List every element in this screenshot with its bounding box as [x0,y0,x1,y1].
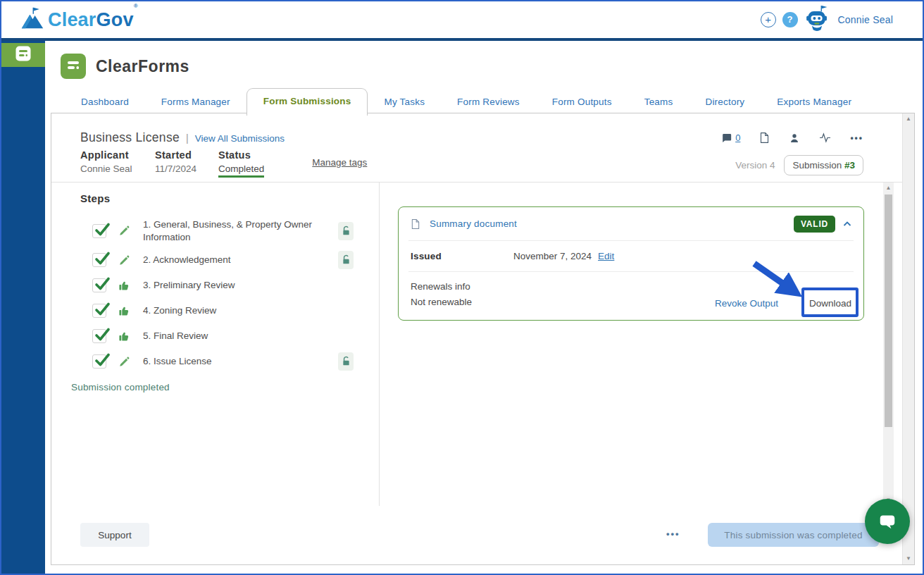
pencil-icon [118,355,131,368]
thumbs-up-icon [118,304,131,317]
outer-scrollbar[interactable]: ▲ ▼ [902,113,914,564]
scrollbar-thumb[interactable] [885,194,892,427]
cleargov-logo[interactable]: ClearGov® [20,6,138,33]
meta-label: Applicant [80,149,135,161]
submission-number: #3 [844,160,855,171]
scroll-up-arrow[interactable]: ▲ [883,183,894,194]
step-row: 1. General, Business, & Property Owner I… [80,218,379,243]
activity-icon [819,132,831,143]
help-button[interactable]: ? [782,12,798,27]
step-row: 3. Preliminary Review [80,277,379,294]
step-checkbox[interactable] [92,224,106,238]
step-label[interactable]: 1. General, Business, & Property Owner I… [143,218,319,243]
clearforms-tile-icon [15,45,32,65]
sidebar-item-clearforms[interactable] [1,43,45,67]
more-actions-button[interactable]: ••• [850,133,863,143]
tab-form-submissions[interactable]: Form Submissions [246,88,368,116]
assignee-button[interactable] [789,132,800,144]
step-checkbox[interactable] [92,354,106,369]
tab-teams[interactable]: Teams [628,89,689,115]
tab-bar: DashboardForms ManagerForm SubmissionsMy… [65,88,868,115]
footer-more-button[interactable]: ••• [666,528,680,539]
meta-value: Completed [218,163,264,178]
clearforms-icon [61,54,86,79]
meta-label: Status [218,149,264,161]
cleargov-mountain-icon [20,6,45,33]
issued-value: November 7, 2024 [513,251,592,261]
check-icon [94,352,111,368]
user-name[interactable]: Connie Seal [838,14,893,25]
chevron-up-icon[interactable] [843,221,851,227]
check-icon [94,276,111,292]
thumbs-up-icon [118,279,131,292]
chat-launcher-button[interactable] [865,499,910,544]
steps-heading: Steps [80,192,379,204]
submission-panel: Business License | View All Submissions … [51,113,915,565]
edit-issued-link[interactable]: Edit [598,251,614,261]
card-header: Summary document VALID [408,207,854,240]
detail-column: Summary document VALID Issued November 7… [380,183,902,506]
step-label[interactable]: 2. Acknowledgement [143,254,231,266]
download-link[interactable]: Download [809,298,851,309]
step-row: 5. Final Review [80,328,379,345]
scroll-down-arrow[interactable]: ▼ [903,553,914,564]
tab-my-tasks[interactable]: My Tasks [368,89,441,115]
step-label[interactable]: 6. Issue License [143,355,212,368]
step-checkbox[interactable] [92,278,106,292]
version-row: Version 4 Submission #3 [735,155,863,175]
step-label[interactable]: 5. Final Review [143,330,208,342]
unlock-icon [342,254,351,266]
user-icon [789,132,800,144]
step-checkbox[interactable] [92,253,106,267]
tab-dashboard[interactable]: Dashboard [65,89,145,115]
step-label[interactable]: 4. Zoning Review [143,304,216,317]
lock-chip[interactable] [338,222,354,240]
card-actions: Revoke Output Download [715,297,851,309]
step-checkbox[interactable] [92,329,106,343]
manage-tags-link[interactable]: Manage tags [312,157,367,168]
issued-row: Issued November 7, 2024 Edit [408,241,854,271]
title-separator: | [186,132,189,144]
step-row: 4. Zoning Review [80,302,379,319]
card-bottom: Renewals info Not renewable Revoke Outpu… [408,272,854,320]
version-label: Version 4 [735,160,775,171]
file-icon [411,218,420,230]
submission-title-row: Business License | View All Submissions [80,130,285,145]
submission-number-chip[interactable]: Submission #3 [784,155,863,175]
lock-chip[interactable] [338,352,354,371]
meta-value: Connie Seal [80,163,135,174]
check-icon [94,222,111,237]
add-button[interactable]: + [761,12,776,27]
meta-started: Started11/7/2024 [155,149,199,178]
card-title[interactable]: Summary document [430,218,517,229]
view-all-submissions-link[interactable]: View All Submissions [195,133,285,144]
step-row: 2. Acknowledgement [80,252,379,268]
check-icon [94,327,111,342]
tab-exports-manager[interactable]: Exports Manager [761,89,868,115]
tab-directory[interactable]: Directory [689,89,761,115]
document-button[interactable] [759,132,770,144]
panel-body: Steps 1. General, Business, & Property O… [51,183,902,506]
tab-forms-manager[interactable]: Forms Manager [145,89,246,115]
steps-list: 1. General, Business, & Property Owner I… [80,218,379,370]
step-label[interactable]: 3. Preliminary Review [143,279,235,292]
renewals-line1: Renewals info [411,279,472,295]
check-icon [94,302,111,317]
tab-form-outputs[interactable]: Form Outputs [536,89,628,115]
scroll-up-arrow[interactable]: ▲ [903,113,914,125]
renewals-line2: Not renewable [411,295,472,310]
logo-text: ClearGov® [48,9,138,31]
check-icon [94,251,111,266]
issued-label: Issued [411,251,513,261]
comments-button[interactable]: 0 [720,132,740,144]
lock-chip[interactable] [338,251,354,269]
tab-form-reviews[interactable]: Form Reviews [441,89,536,115]
support-button[interactable]: Support [80,523,149,547]
inner-scrollbar[interactable]: ▲ ▼ [883,183,894,506]
revoke-output-link[interactable]: Revoke Output [715,298,778,309]
topbar: ClearGov® + ? Connie Seal [1,1,923,41]
activity-button[interactable] [819,132,831,143]
user-avatar[interactable] [804,5,830,35]
step-checkbox[interactable] [92,304,106,318]
page-title: ClearForms [96,57,189,76]
